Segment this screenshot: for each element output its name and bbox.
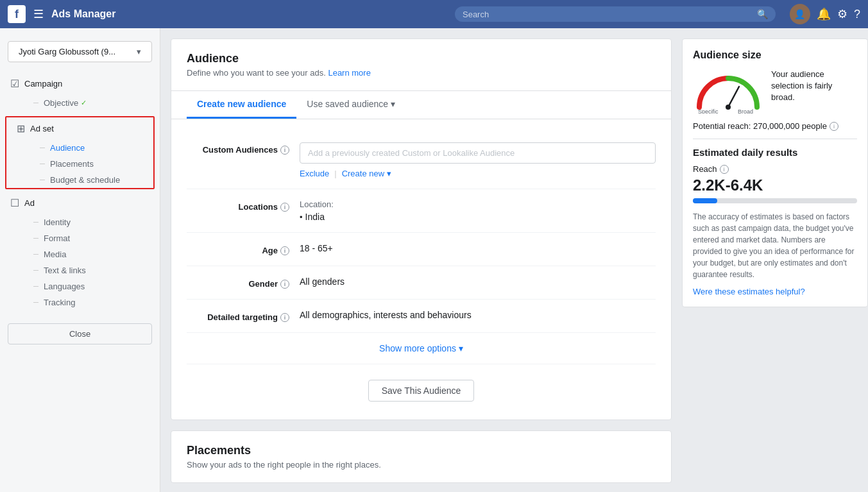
adset-icon: ⊞ xyxy=(17,123,25,135)
audience-form: Custom Audiences i Exclude | Create new … xyxy=(171,119,671,420)
gender-row: Gender i All genders xyxy=(187,266,656,300)
sidebar-adset-label: Ad set xyxy=(30,124,54,133)
main-content: Audience Define who you want to see your… xyxy=(160,28,682,492)
age-info-icon[interactable]: i xyxy=(280,246,289,255)
exclude-link[interactable]: Exclude xyxy=(300,169,329,178)
custom-audiences-input[interactable] xyxy=(300,142,656,164)
hamburger-icon[interactable]: ☰ xyxy=(33,7,44,21)
gauge-chart: Specific Broad xyxy=(693,69,763,114)
save-audience-row: Save This Audience xyxy=(187,364,656,407)
audience-header: Audience Define who you want to see your… xyxy=(171,39,671,91)
search-input[interactable] xyxy=(463,10,757,19)
gauge-container: Specific Broad Your audience selection i… xyxy=(693,69,857,114)
locations-row: Locations i Location: • India xyxy=(187,189,656,233)
reach-info-icon[interactable]: i xyxy=(720,165,729,174)
nav-right: 👤 🔔 ⚙ ? xyxy=(790,4,860,24)
placements-card: Placements Show your ads to the right pe… xyxy=(171,430,672,483)
gender-value: All genders xyxy=(300,276,345,287)
estimates-helpful-link[interactable]: Were these estimates helpful? xyxy=(693,287,805,296)
sidebar-campaign-section: ☑ Campaign Objective xyxy=(0,72,160,111)
age-content: 18 - 65+ xyxy=(300,243,656,253)
sidebar-item-budget[interactable]: Budget & schedule xyxy=(30,172,153,188)
sidebar-item-audience[interactable]: Audience xyxy=(30,140,153,156)
sidebar-item-languages[interactable]: Languages xyxy=(23,278,160,294)
sidebar-campaign-label: Campaign xyxy=(24,79,62,89)
sidebar-adset-sub: Audience Placements Budget & schedule xyxy=(6,140,153,188)
search-icon: 🔍 xyxy=(757,9,768,19)
show-more-row: Show more options ▾ xyxy=(187,333,656,364)
sidebar-item-objective[interactable]: Objective xyxy=(23,95,160,111)
ad-icon: ☐ xyxy=(10,197,19,209)
sidebar-campaign-sub: Objective xyxy=(0,95,160,111)
notification-icon[interactable]: 🔔 xyxy=(817,7,831,21)
chevron-down-icon: ▾ xyxy=(137,47,141,56)
sidebar-item-placements[interactable]: Placements xyxy=(30,156,153,172)
save-audience-button[interactable]: Save This Audience xyxy=(368,380,475,402)
audience-size-panel: Audience size Specific Broad Your audien… xyxy=(682,38,868,307)
tab-create-new-audience[interactable]: Create new audience xyxy=(187,91,296,119)
detailed-targeting-content: All demographics, interests and behaviou… xyxy=(300,310,656,320)
locations-info-icon[interactable]: i xyxy=(280,203,289,212)
audience-subtitle: Define who you want to see your ads. Lea… xyxy=(187,68,656,78)
campaign-icon: ☑ xyxy=(10,78,19,90)
placements-header: Placements Show your ads to the right pe… xyxy=(171,431,671,482)
avatar[interactable]: 👤 xyxy=(790,4,810,24)
sidebar-item-identity[interactable]: Identity xyxy=(23,214,160,230)
sidebar-ad-sub: Identity Format Media Text & links Langu… xyxy=(0,214,160,310)
locations-content: Location: • India xyxy=(300,199,656,222)
sidebar-item-media[interactable]: Media xyxy=(23,246,160,262)
gender-label: Gender i xyxy=(187,276,289,289)
reach-bar xyxy=(693,198,857,203)
potential-reach-info-icon[interactable]: i xyxy=(830,122,838,131)
svg-line-0 xyxy=(728,87,739,107)
custom-audiences-info-icon[interactable]: i xyxy=(280,146,289,155)
settings-icon[interactable]: ⚙ xyxy=(837,7,847,21)
account-name: Jyoti Garg Globussoft (9... xyxy=(19,47,115,56)
estimated-daily-title: Estimated daily results xyxy=(693,147,857,158)
search-bar[interactable]: 🔍 xyxy=(455,6,776,22)
sidebar-item-campaign[interactable]: ☑ Campaign xyxy=(0,72,160,95)
detailed-targeting-value: All demographics, interests and behaviou… xyxy=(300,310,472,320)
detailed-targeting-info-icon[interactable]: i xyxy=(280,313,289,322)
sidebar-item-adset[interactable]: ⊞ Ad set xyxy=(6,117,153,140)
audience-tabs: Create new audience Use saved audience ▾ xyxy=(171,91,671,119)
create-new-link[interactable]: Create new ▾ xyxy=(342,169,391,178)
help-icon[interactable]: ? xyxy=(854,8,860,21)
show-more-button[interactable]: Show more options ▾ xyxy=(379,343,463,353)
facebook-logo: f xyxy=(8,5,26,23)
reach-value: 2.2K-6.4K xyxy=(693,176,857,194)
sidebar-ad-section: ☐ Ad Identity Format Media Text & links … xyxy=(0,192,160,310)
top-nav: f ☰ Ads Manager 🔍 👤 🔔 ⚙ ? xyxy=(0,0,868,28)
account-selector[interactable]: Jyoti Garg Globussoft (9... ▾ xyxy=(8,41,152,62)
sidebar-ad-label: Ad xyxy=(24,198,35,208)
svg-point-1 xyxy=(726,105,731,110)
sidebar-item-tracking[interactable]: Tracking xyxy=(23,294,160,310)
learn-more-link[interactable]: Learn more xyxy=(328,68,370,78)
location-item: • India xyxy=(300,212,656,222)
estimated-note: The accuracy of estimates is based on fa… xyxy=(693,211,857,280)
app-title: Ads Manager xyxy=(51,8,115,20)
audience-card: Audience Define who you want to see your… xyxy=(171,38,672,420)
sidebar-item-format[interactable]: Format xyxy=(23,230,160,246)
detailed-targeting-label: Detailed targeting i xyxy=(187,310,289,322)
sidebar: Jyoti Garg Globussoft (9... ▾ ☑ Campaign… xyxy=(0,28,160,492)
sidebar-item-ad[interactable]: ☐ Ad xyxy=(0,192,160,214)
placements-title: Placements xyxy=(187,444,656,457)
close-button[interactable]: Close xyxy=(8,323,152,344)
audience-size-title: Audience size xyxy=(693,49,857,61)
dropdown-arrow-icon: ▾ xyxy=(391,99,395,109)
gauge-description: Your audience selection is fairly broad. xyxy=(771,69,857,104)
location-sub-label: Location: xyxy=(300,199,656,209)
age-row: Age i 18 - 65+ xyxy=(187,233,656,266)
ad-set-box: ⊞ Ad set Audience Placements Budget & sc… xyxy=(5,116,155,189)
reach-label: Reach i xyxy=(693,164,857,174)
reach-bar-fill xyxy=(693,198,717,203)
custom-audiences-row: Custom Audiences i Exclude | Create new … xyxy=(187,132,656,189)
tab-use-saved-audience[interactable]: Use saved audience ▾ xyxy=(296,91,405,119)
audience-links: Exclude | Create new ▾ xyxy=(300,169,656,178)
gender-content: All genders xyxy=(300,276,656,287)
svg-text:Broad: Broad xyxy=(738,108,753,114)
show-more-arrow-icon: ▾ xyxy=(459,343,463,353)
sidebar-item-text-links[interactable]: Text & links xyxy=(23,262,160,278)
gender-info-icon[interactable]: i xyxy=(280,280,289,289)
